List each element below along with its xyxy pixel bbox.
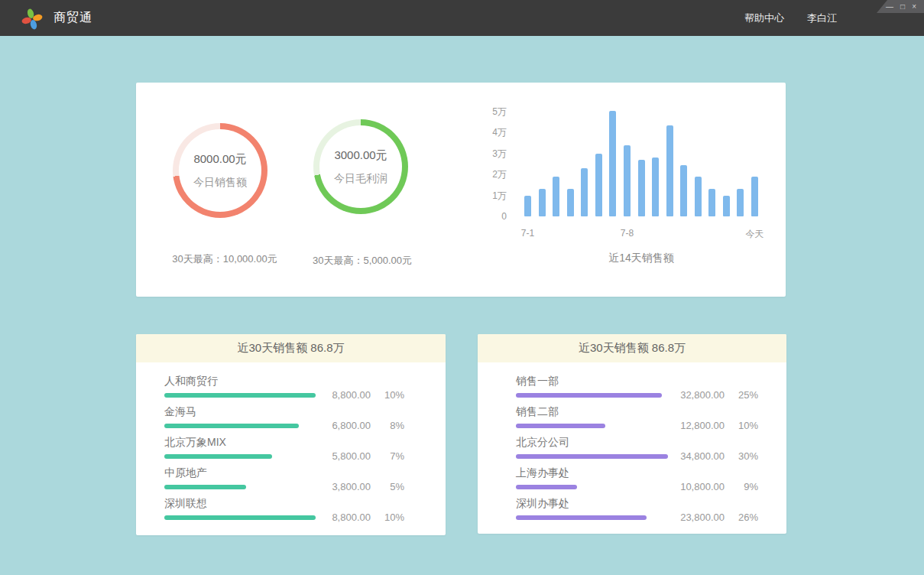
rank-row-figures: 8,800.0010% [316,389,404,401]
y-axis-tick-label: 1万 [472,190,507,202]
rank-row-figures: 32,800.0025% [668,389,758,401]
rank-row-bar-track [164,454,316,459]
rank-row-bar [516,454,668,459]
rank-row-bar [164,515,316,520]
rank-row-percent: 10% [381,512,404,523]
rank-row: 金海马6,800.008% [164,405,404,428]
rank-row-percent: 9% [735,481,758,492]
rank-row: 销售二部12,800.0010% [516,405,758,428]
rank-row-percent: 5% [381,481,404,492]
rank-row-figures: 34,800.0030% [668,450,758,462]
rank-row-value: 23,800.00 [680,512,725,523]
rank-row-left: 深圳办事处 [516,497,668,520]
y-axis-tick-label: 0 [472,210,507,223]
rank-row-percent: 30% [735,450,758,462]
rank-row-value: 5,800.00 [332,450,371,462]
rank-row-bar [516,393,662,398]
y-axis-tick-label: 5万 [472,106,507,118]
chart-y-axis: 01万2万3万4万5万 [472,83,507,236]
app-logo-pinwheel-icon [20,6,44,31]
rank-row-value: 10,800.00 [680,481,725,492]
customer-ranking-header: 近30天销售额 86.8万 [136,334,446,362]
rank-row-left: 中原地产 [164,466,316,489]
rank-row-name: 销售一部 [516,375,668,388]
x-axis-tick-label: 7-1 [521,228,534,239]
profit-30day-max: 30天最高：5,000.00元 [274,254,451,268]
rank-row-percent: 10% [381,389,404,401]
sales-bar-chart [524,112,758,216]
rank-row-figures: 10,800.009% [668,481,758,492]
chart-title: 近14天销售额 [524,252,758,265]
rank-row-value: 34,800.00 [680,450,725,462]
chart-bar [638,160,645,216]
rank-row-bar [516,424,605,428]
rank-row-left: 上海办事处 [516,466,668,489]
rank-row-name: 销售二部 [516,405,668,418]
rank-row: 销售一部32,800.0025% [516,375,758,398]
rank-row-bar [164,485,246,489]
rank-row-value: 6,800.00 [332,420,371,431]
chart-bar [524,196,531,216]
rank-row-value: 8,800.00 [332,389,371,401]
rank-row-bar [516,485,577,489]
rank-row-figures: 5,800.007% [316,450,404,462]
rank-row-figures: 23,800.0026% [668,512,758,523]
close-icon[interactable]: × [912,0,916,13]
today-sales-gauge: 8000.00元 今日销售额 [173,123,267,218]
rank-row-bar [164,424,299,428]
rank-row-bar [516,515,647,520]
chart-bar [581,168,588,216]
rank-row-name: 北京万象MIX [164,436,316,449]
rank-row-figures: 3,800.005% [316,481,404,492]
rank-row-percent: 26% [735,512,758,523]
rank-row-left: 人和商贸行 [164,375,316,398]
rank-row-value: 8,800.00 [332,512,371,523]
chart-bar [751,177,758,216]
rank-row-name: 深圳办事处 [516,497,668,510]
rank-row-left: 销售一部 [516,375,668,398]
rank-row-value: 32,800.00 [680,389,725,401]
titlebar-nav: 帮助中心 李白江 [744,11,924,25]
minimize-icon[interactable]: — [886,0,893,13]
rank-row-bar-track [164,485,316,489]
chart-bar [624,145,631,216]
rank-row-bar-track [516,393,668,398]
rank-row-value: 12,800.00 [680,420,725,431]
chart-bar [680,165,687,216]
rank-row-bar-track [516,424,668,428]
rank-row-percent: 10% [735,420,758,431]
x-axis-tick-label: 7-8 [621,228,634,239]
today-sales-gauge-text: 8000.00元 今日销售额 [173,123,267,218]
nav-help-center[interactable]: 帮助中心 [744,11,784,25]
rank-row-bar [164,393,316,398]
rank-row-bar-track [164,424,316,428]
department-ranking-card: 近30天销售额 86.8万 销售一部32,800.0025%销售二部12,800… [478,334,786,534]
app-title: 商贸通 [53,10,92,26]
chart-bar [708,189,715,216]
window-controls: — □ × [877,0,924,13]
rank-row-percent: 8% [381,420,404,431]
y-axis-tick-label: 2万 [472,168,507,180]
dashboard-screen: 商贸通 帮助中心 李白江 — □ × 8000.00元 今日销售额 3000.0… [0,0,924,575]
rank-row-figures: 6,800.008% [316,420,404,431]
chart-bar [595,154,602,216]
rank-row: 上海办事处10,800.009% [516,466,758,489]
rank-row: 中原地产3,800.005% [164,466,404,489]
chart-bar [539,189,546,216]
rank-row-bar-track [164,393,316,398]
rank-row-figures: 8,800.0010% [316,512,404,523]
nav-user-name[interactable]: 李白江 [807,11,837,25]
rank-row-figures: 12,800.0010% [668,420,758,431]
chart-bar [652,158,659,216]
rank-row-left: 销售二部 [516,405,668,428]
today-profit-value: 3000.00元 [334,148,387,163]
rank-row: 人和商贸行8,800.0010% [164,375,404,398]
department-ranking-list: 销售一部32,800.0025%销售二部12,800.0010%北京分公司34,… [478,362,786,520]
maximize-icon[interactable]: □ [900,0,905,13]
rank-row: 深圳联想8,800.0010% [164,497,404,520]
chart-bar [723,196,730,216]
rank-row-name: 上海办事处 [516,466,668,479]
titlebar: 商贸通 帮助中心 李白江 — □ × [0,0,924,36]
rank-row-percent: 7% [381,450,404,462]
rank-row-name: 深圳联想 [164,497,316,510]
